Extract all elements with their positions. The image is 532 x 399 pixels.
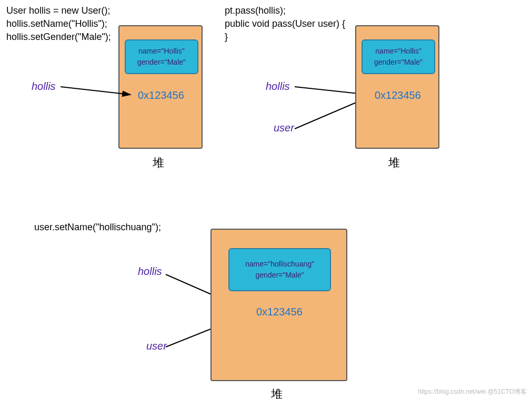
var-hollis-3: hollis xyxy=(138,265,162,278)
object-field-gender: gender="Male" xyxy=(131,57,192,68)
code-panel-1: User hollis = new User(); hollis.setName… xyxy=(6,4,111,44)
object-box-1: name="Hollis" gender="Male" xyxy=(125,39,198,74)
object-box-3: name="hollischuang" gender="Male" xyxy=(228,248,331,291)
var-user-3: user xyxy=(146,340,167,352)
var-hollis-2: hollis xyxy=(266,80,290,93)
object-box-2: name="Hollis" gender="Male" xyxy=(362,39,435,74)
watermark: https://blog.csdn.net/wei @51CTO博客 xyxy=(418,387,527,396)
heap-label-2: 堆 xyxy=(388,155,400,171)
object-field-gender: gender="Male" xyxy=(368,57,429,68)
heap-box-3: name="hollischuang" gender="Male" 0x1234… xyxy=(210,229,347,381)
heap-label-3: 堆 xyxy=(271,386,283,399)
object-field-name: name="hollischuang" xyxy=(235,259,325,270)
object-field-name: name="Hollis" xyxy=(368,46,429,57)
heap-box-2: name="Hollis" gender="Male" 0x123456 xyxy=(355,25,439,149)
address-2: 0x123456 xyxy=(375,89,421,101)
object-field-name: name="Hollis" xyxy=(131,46,192,57)
var-user-2: user xyxy=(274,122,294,134)
code-panel-2: pt.pass(hollis); public void pass(User u… xyxy=(225,4,345,44)
object-field-gender: gender="Male" xyxy=(235,270,325,281)
address-1: 0x123456 xyxy=(138,89,184,101)
heap-label-1: 堆 xyxy=(153,155,164,171)
code-panel-3: user.setName("hollischuang"); xyxy=(34,221,161,234)
var-hollis-1: hollis xyxy=(32,80,56,93)
heap-box-1: name="Hollis" gender="Male" 0x123456 xyxy=(118,25,203,149)
address-3: 0x123456 xyxy=(256,306,303,318)
